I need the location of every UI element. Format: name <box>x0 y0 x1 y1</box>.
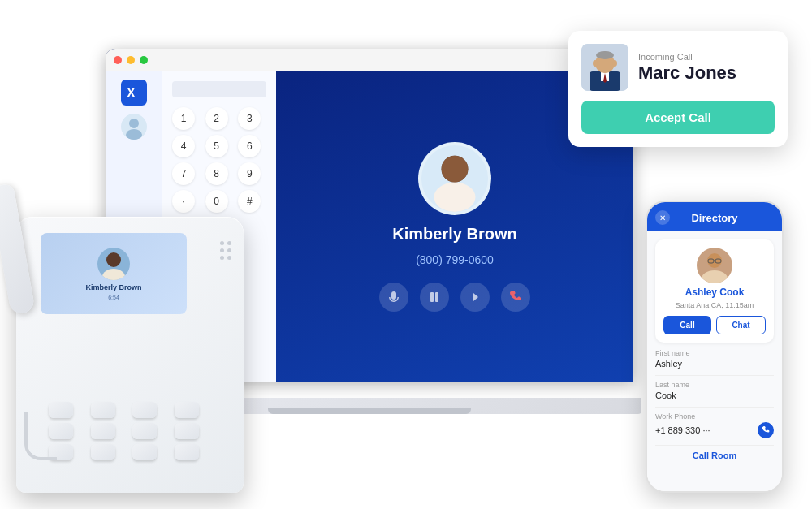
caller-info: Incoming Call Marc Jones <box>638 52 736 83</box>
dial-key-9[interactable]: 9 <box>238 162 261 185</box>
svg-point-19 <box>702 270 728 283</box>
accept-call-button[interactable]: Accept Call <box>581 101 775 134</box>
svg-rect-15 <box>435 292 438 302</box>
dial-key-7[interactable]: 7 <box>172 162 195 185</box>
phone-cord <box>24 412 57 460</box>
incoming-label: Incoming Call <box>638 52 736 62</box>
mobile-divider-3 <box>655 445 774 446</box>
svg-point-10 <box>126 129 142 140</box>
phone-key[interactable] <box>91 423 115 439</box>
mobile-close-button[interactable]: ✕ <box>655 210 670 225</box>
dial-key-8[interactable]: 8 <box>205 162 228 185</box>
phone-speaker-dots <box>220 241 231 260</box>
dial-key-2[interactable]: 2 <box>205 107 228 130</box>
mobile-firstname-label: First name <box>655 349 774 357</box>
caller-avatar <box>581 44 628 91</box>
minimize-dot[interactable] <box>127 56 135 64</box>
mobile-contact-card: Ashley Cook Santa Ana CA, 11:15am Call C… <box>655 239 774 343</box>
mobile-lastname-label: Last name <box>655 381 774 389</box>
mobile-title: Directory <box>691 212 737 224</box>
phone-contact-sub: 6:54 <box>108 295 119 300</box>
mobile-lastname-value: Cook <box>655 390 774 400</box>
mobile-call-button[interactable]: Call <box>663 316 711 334</box>
mobile-divider-2 <box>655 407 774 408</box>
deskphone: Kimberly Brown 6:54 <box>16 184 260 493</box>
mobile-app-container: ✕ Directory Ashley Cook Santa Ana CA <box>646 201 784 493</box>
incoming-call-card: Incoming Call Marc Jones Accept Call <box>568 31 788 147</box>
mobile-contact-location: Santa Ana CA, 11:15am <box>676 301 754 309</box>
app-logo: X <box>121 80 147 106</box>
call-controls <box>379 283 530 312</box>
active-call-name: Kimberly Brown <box>392 225 516 244</box>
phone-key[interactable] <box>91 444 115 460</box>
phone-key[interactable] <box>132 444 157 460</box>
mobile-contact-name: Ashley Cook <box>685 287 745 298</box>
dial-key-6[interactable]: 6 <box>238 135 261 157</box>
transfer-button[interactable] <box>460 283 490 312</box>
mobile-phone-value: +1 889 330 ··· <box>655 425 710 435</box>
svg-point-6 <box>593 60 598 67</box>
mobile-phone-row: +1 889 330 ··· <box>655 422 774 438</box>
svg-point-13 <box>442 155 469 182</box>
phone-key[interactable] <box>132 402 157 418</box>
svg-point-17 <box>102 269 125 280</box>
mobile-action-buttons: Call Chat <box>663 316 766 334</box>
close-dot[interactable] <box>114 56 122 64</box>
incoming-call-top: Incoming Call Marc Jones <box>581 44 775 91</box>
phone-avatar <box>97 248 130 280</box>
dial-key-5[interactable]: 5 <box>205 135 228 157</box>
mobile-field-lastname: Last name Cook <box>655 381 774 400</box>
mobile-chat-button[interactable]: Chat <box>716 316 766 334</box>
caller-name: Marc Jones <box>638 63 736 83</box>
sidebar-avatar <box>121 114 147 140</box>
laptop-titlebar <box>106 49 633 71</box>
phone-icon[interactable] <box>758 422 774 438</box>
svg-point-16 <box>106 252 121 267</box>
mobile-divider-1 <box>655 375 774 376</box>
svg-point-5 <box>596 51 614 59</box>
phone-key[interactable] <box>91 402 115 418</box>
mobile-call-room-link[interactable]: Call Room <box>655 451 774 460</box>
mobile-firstname-value: Ashley <box>655 359 774 369</box>
mute-button[interactable] <box>379 283 408 312</box>
mobile-header: ✕ Directory <box>647 202 782 231</box>
mobile-field-phone: Work Phone +1 889 330 ··· <box>655 412 774 438</box>
maximize-dot[interactable] <box>140 56 148 64</box>
phone-key[interactable] <box>175 423 199 439</box>
phone-key[interactable] <box>175 402 199 418</box>
mobile-frame: ✕ Directory Ashley Cook Santa Ana CA <box>646 201 784 493</box>
mobile-field-firstname: First name Ashley <box>655 349 774 369</box>
svg-point-9 <box>129 119 139 128</box>
svg-text:X: X <box>127 86 136 100</box>
phone-contact-name: Kimberly Brown <box>85 283 141 291</box>
active-call-avatar <box>418 142 491 215</box>
mobile-phone-label: Work Phone <box>655 412 774 421</box>
mobile-body: Ashley Cook Santa Ana CA, 11:15am Call C… <box>647 231 782 491</box>
svg-point-7 <box>612 60 617 67</box>
laptop-chin <box>268 408 471 414</box>
mobile-avatar <box>697 248 732 283</box>
phone-key[interactable] <box>132 423 157 439</box>
active-call-phone: (800) 799-0600 <box>416 253 494 266</box>
search-bar[interactable] <box>172 81 266 97</box>
phone-key[interactable] <box>175 444 199 460</box>
phone-keypad <box>49 402 211 460</box>
hold-button[interactable] <box>420 283 449 312</box>
svg-point-12 <box>434 182 475 211</box>
svg-rect-14 <box>430 292 434 302</box>
phone-screen: Kimberly Brown 6:54 <box>41 233 187 314</box>
dial-key-3[interactable]: 3 <box>238 107 261 130</box>
dial-key-1[interactable]: 1 <box>172 107 195 130</box>
dial-key-4[interactable]: 4 <box>172 135 195 157</box>
end-call-button[interactable] <box>501 283 530 312</box>
